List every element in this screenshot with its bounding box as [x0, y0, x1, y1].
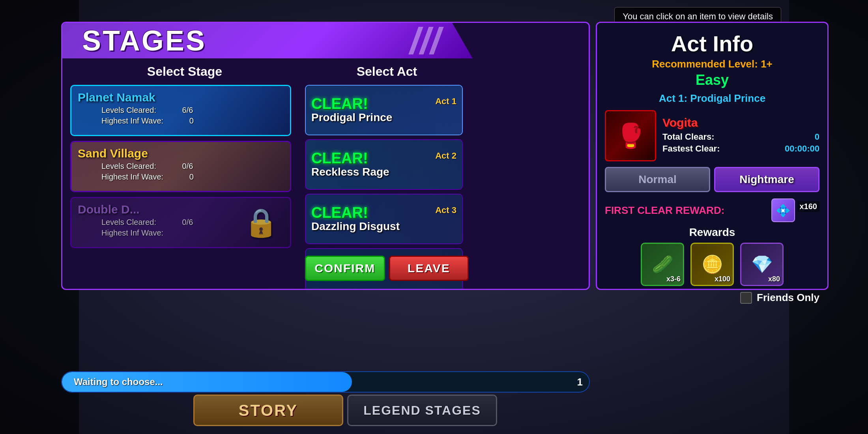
- leave-button[interactable]: LEAVE: [389, 256, 469, 281]
- lock-icon: 🔒: [244, 206, 278, 239]
- main-panel: STAGES Select Stage Planet Namak Levels …: [61, 22, 590, 290]
- levels-cleared-value-namak: 6/6: [182, 106, 193, 114]
- reward-item-green: 🥒 x3-6: [641, 243, 684, 286]
- total-clears-label: Total Clears:: [662, 132, 715, 142]
- char-portrait-icon: 🥊: [616, 122, 645, 150]
- character-row: 🥊 Vogita Total Clears: 0 Fastest Clear: …: [605, 110, 819, 161]
- friends-only-checkbox[interactable]: [740, 292, 752, 304]
- action-buttons: CONFIRM LEAVE: [305, 256, 469, 281]
- clear-text-1: CLEAR!: [311, 96, 368, 111]
- reward-item-purple: 💎 x80: [740, 243, 784, 286]
- highest-inf-label-sand: Highest Inf Wave:: [101, 172, 163, 181]
- stage-item-planet-namak[interactable]: Planet Namak Levels Cleared: 6/6 Highest…: [70, 85, 291, 136]
- act-item-2[interactable]: CLEAR! Act 2 Reckless Rage: [305, 139, 463, 190]
- reward-icon-green: 🥒: [652, 256, 673, 273]
- levels-cleared-label-namak: Levels Cleared:: [101, 106, 156, 114]
- reward-count-gold: x100: [715, 275, 730, 283]
- select-act-label: Select Act: [305, 64, 469, 79]
- reward-icon-gold: 🪙: [702, 256, 723, 273]
- act-name-1: Prodigal Prince: [311, 111, 456, 124]
- act-name-3: Dazzling Disgust: [311, 220, 456, 233]
- char-portrait: 🥊: [605, 110, 656, 161]
- confirm-button[interactable]: CONFIRM: [305, 256, 385, 281]
- count-badge: 1: [577, 376, 583, 388]
- reward-item-gold: 🪙 x100: [690, 243, 734, 286]
- highest-inf-label-double: Highest Inf Wave:: [101, 228, 163, 237]
- levels-cleared-label-sand: Levels Cleared:: [101, 162, 156, 170]
- difficulty-label: Easy: [605, 72, 819, 88]
- stage-content-sand: Sand Village Levels Cleared: 0/6 Highest…: [71, 142, 290, 191]
- total-clears-value: 0: [815, 132, 819, 142]
- stage-name-namak: Planet Namak: [78, 91, 284, 104]
- char-info: Vogita Total Clears: 0 Fastest Clear: 00…: [662, 116, 819, 155]
- clear-text-3: CLEAR!: [311, 205, 368, 220]
- header-decorations: [413, 23, 469, 58]
- act-content-2: CLEAR! Act 2 Reckless Rage: [306, 140, 462, 189]
- select-stage-section: Select Stage Planet Namak Levels Cleared…: [70, 64, 299, 253]
- reward-count-green: x3-6: [666, 275, 681, 283]
- stage-item-double: Double D... Levels Cleared: 0/6 Highest …: [70, 197, 291, 248]
- tooltip-text: You can click on an item to view details: [623, 11, 773, 21]
- act-subtitle: Act 1: Prodigal Prince: [605, 92, 819, 105]
- recommended-level: Recommended Level: 1+: [605, 58, 819, 70]
- stage-stat-inf-sand: Highest Inf Wave: 0: [78, 172, 284, 181]
- act-number-1: Act 1: [435, 96, 456, 107]
- act-row-1: CLEAR! Act 1: [311, 96, 456, 111]
- highest-inf-value-namak: 0: [189, 116, 194, 125]
- total-clears-row: Total Clears: 0: [662, 132, 819, 142]
- rewards-row: 🥒 x3-6 🪙 x100 💎 x80: [605, 243, 819, 286]
- stage-name-sand: Sand Village: [78, 147, 284, 160]
- reward-icon-purple: 💎: [751, 256, 773, 273]
- friends-only-label: Friends Only: [757, 292, 819, 304]
- act-content-1: CLEAR! Act 1 Prodigal Prince: [306, 86, 462, 135]
- gem-count: x160: [797, 201, 820, 212]
- act-number-2: Act 2: [435, 151, 456, 161]
- levels-cleared-label-double: Levels Cleared:: [101, 218, 156, 226]
- gem-reward: 💠 x160: [771, 198, 820, 222]
- gem-icon-big: 💠: [771, 198, 795, 222]
- friends-row: Friends Only: [605, 292, 819, 304]
- nightmare-button[interactable]: Nightmare: [714, 167, 819, 192]
- stage-stat-inf-namak: Highest Inf Wave: 0: [78, 116, 284, 125]
- act-number-3: Act 3: [435, 205, 456, 215]
- select-stage-label: Select Stage: [70, 64, 299, 79]
- waiting-text: Waiting to choose...: [62, 372, 163, 392]
- first-clear-section: FIRST CLEAR REWARD: 💠 x160: [605, 198, 819, 222]
- stage-item-sand-village[interactable]: Sand Village Levels Cleared: 0/6 Highest…: [70, 141, 291, 192]
- act-item-3[interactable]: CLEAR! Act 3 Dazzling Disgust: [305, 194, 463, 244]
- reward-count-purple: x80: [768, 275, 780, 283]
- highest-inf-label-namak: Highest Inf Wave:: [101, 116, 163, 125]
- stage-stat-levels-sand: Levels Cleared: 0/6: [78, 162, 284, 171]
- stages-header: STAGES: [62, 23, 473, 58]
- char-name: Vogita: [662, 116, 819, 129]
- act-row-2: CLEAR! Act 2: [311, 151, 456, 166]
- stages-title: STAGES: [82, 24, 206, 57]
- act-item-1[interactable]: CLEAR! Act 1 Prodigal Prince: [305, 85, 463, 135]
- tab-legend-stages[interactable]: LEGEND STAGES: [347, 395, 497, 426]
- fastest-clear-row: Fastest Clear: 00:00:00: [662, 144, 819, 154]
- act-name-2: Reckless Rage: [311, 166, 456, 178]
- bottom-tabs: STORY LEGEND STAGES: [193, 395, 497, 426]
- act-info-title: Act Info: [605, 31, 819, 56]
- act-info-panel: Act Info Recommended Level: 1+ Easy Act …: [596, 22, 829, 290]
- levels-cleared-value-sand: 0/6: [182, 162, 193, 170]
- highest-inf-value-sand: 0: [189, 172, 194, 181]
- tab-story[interactable]: STORY: [193, 395, 343, 426]
- rewards-title: Rewards: [605, 226, 819, 239]
- normal-button[interactable]: Normal: [605, 167, 710, 192]
- difficulty-row: Normal Nightmare: [605, 167, 819, 192]
- clear-text-2: CLEAR!: [311, 151, 368, 166]
- stage-content-namak: Planet Namak Levels Cleared: 6/6 Highest…: [71, 86, 290, 135]
- fastest-clear-label: Fastest Clear:: [662, 144, 720, 154]
- first-clear-label: FIRST CLEAR REWARD:: [605, 204, 724, 217]
- bottom-bar: Waiting to choose... 1: [61, 371, 590, 393]
- act-content-3: CLEAR! Act 3 Dazzling Disgust: [306, 195, 462, 243]
- levels-cleared-value-double: 0/6: [182, 218, 193, 226]
- act-row-3: CLEAR! Act 3: [311, 205, 456, 220]
- stage-stat-levels-namak: Levels Cleared: 6/6: [78, 106, 284, 115]
- first-clear-header: FIRST CLEAR REWARD: 💠 x160: [605, 198, 819, 222]
- fastest-clear-value: 00:00:00: [785, 144, 819, 154]
